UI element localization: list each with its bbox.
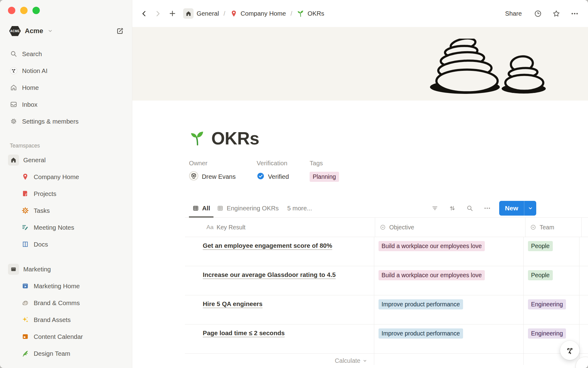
view-tab-engineering-okrs[interactable]: Engineering OKRs [213,199,282,217]
table-row[interactable]: Hire 5 QA engineersImprove product perfo… [185,295,588,324]
sidebar-item-label: Inbox [22,101,37,108]
teamspace-label: Marketing [23,266,51,273]
more-options-icon[interactable] [571,10,579,18]
column-header-objective[interactable]: Objective [375,218,525,237]
docs-icon [21,240,29,248]
window-close-button[interactable] [8,7,15,14]
calculate-button[interactable]: Calculate [185,354,374,365]
page-title[interactable]: OKRs [211,128,259,148]
tag-pill[interactable]: Planning [310,172,339,182]
column-header-key-result[interactable]: AaKey Result [185,218,375,237]
teamspace-general[interactable]: General [0,151,132,168]
team-tag[interactable]: People [528,270,553,280]
sidebar-page-meeting-notes[interactable]: Meeting Notes [0,219,132,236]
sidebar-page-brand-assets[interactable]: Brand Assets [0,311,132,328]
window-minimize-button[interactable] [20,7,28,14]
teamspaces-list: GeneralCompany HomeProjectsTasksMeeting … [0,151,132,362]
compose-icon[interactable] [116,27,124,35]
overflow-cell [579,295,588,324]
teamspace-marketing[interactable]: Marketing [0,261,132,278]
view-tab-5-more[interactable]: 5 more... [284,199,315,217]
search-icon[interactable] [466,205,473,212]
team-tag[interactable]: People [528,241,553,251]
table-row[interactable]: Get an employee engagement score of 80%B… [185,237,588,266]
property-tags: Tags Planning [310,159,339,182]
sidebar-item-inbox[interactable]: Inbox [0,96,132,113]
tags-value: Planning [310,171,339,182]
history-clock-icon[interactable] [534,10,542,18]
sidebar-page-content-calendar[interactable]: Content Calendar [0,328,132,345]
clapper-icon [21,282,29,290]
view-tab-all[interactable]: All [189,199,213,217]
team-tag[interactable]: Engineering [528,299,566,309]
team-cell: People [523,266,579,295]
sidebar-page-brand-comms[interactable]: Brand & Comms [0,294,132,311]
overflow-cell [579,266,588,295]
shell-icon [21,299,29,307]
forward-icon[interactable] [154,10,162,17]
pin-icon [21,173,29,181]
breadcrumb-label: Company Home [241,10,286,17]
breadcrumb-general[interactable]: General [181,7,221,20]
text-property-icon: Aa [206,224,213,231]
frame-tile-icon [8,264,19,275]
key-result-link[interactable]: Get an employee engagement score of 80% [203,242,332,249]
sidebar-page-label: Projects [34,190,56,197]
select-icon [530,224,537,231]
verification-value[interactable]: Verified [257,171,310,182]
sidebar-nav: SearchNotion AIHomeInboxSettings & membe… [0,45,132,130]
sidebar-page-marketing-home[interactable]: Marketing Home [0,278,132,294]
sidebar-item-home[interactable]: Home [0,79,132,96]
sidebar-item-search[interactable]: Search [0,45,132,62]
page-cover[interactable] [132,27,588,101]
table-row[interactable]: Page load time ≤ 2 secondsImprove produc… [185,324,588,354]
new-button: New [499,201,536,216]
sort-icon[interactable] [449,205,456,212]
objective-cell: Improve product performance [374,295,523,324]
sidebar-page-design-team[interactable]: Design Team [0,345,132,362]
sidebar-item-label: Search [22,50,42,58]
sidebar-page-tasks[interactable]: Tasks [0,202,132,219]
workspace-switcher[interactable]: ACME Acme [6,24,128,38]
sidebar-page-projects[interactable]: Projects [0,185,132,202]
view-tab-label: Engineering OKRs [227,205,279,212]
new-button-dropdown[interactable] [524,201,536,216]
share-button[interactable]: Share [503,9,524,18]
objective-tag[interactable]: Improve product performance [379,299,463,309]
owner-value[interactable]: Drew Evans [189,171,257,182]
objective-tag[interactable]: Improve product performance [379,328,463,339]
table-body: Get an employee engagement score of 80%B… [185,237,588,354]
breadcrumb-okrs[interactable]: OKRs [295,9,326,19]
sidebar-item-label: Notion AI [22,67,47,75]
window-zoom-button[interactable] [32,7,40,14]
key-result-link[interactable]: Hire 5 QA engineers [203,300,262,307]
back-icon[interactable] [140,10,148,17]
new-page-icon[interactable] [168,10,176,17]
breadcrumb-company-home[interactable]: Company Home [228,9,288,19]
sidebar-page-docs[interactable]: Docs [0,236,132,253]
seedling-icon[interactable] [189,130,206,147]
column-header-label: Key Result [217,224,245,231]
table-icon [192,205,199,212]
filter-icon[interactable] [431,205,439,212]
calculate-row: Calculate [185,354,588,365]
key-result-link[interactable]: Increase our average Glassdoor rating to… [203,271,336,278]
sidebar-item-settings-members[interactable]: Settings & members [0,113,132,130]
favorite-star-icon[interactable] [552,10,560,18]
team-tag[interactable]: Engineering [528,328,566,339]
objective-tag[interactable]: Build a workplace our employees love [379,241,485,251]
sidebar-page-company-home[interactable]: Company Home [0,168,132,185]
overflow-cell [579,324,588,353]
column-header-team[interactable]: Team [525,218,581,237]
key-result-link[interactable]: Page load time ≤ 2 seconds [203,329,285,336]
new-button-label[interactable]: New [499,201,524,216]
table-row[interactable]: Increase our average Glassdoor rating to… [185,266,588,295]
notion-ai-button[interactable] [560,341,579,360]
workspace-logo: ACME [9,26,21,36]
view-tools [431,205,491,212]
okr-table: AaKey ResultObjectiveTeam Get an employe… [185,218,588,365]
sidebar-item-notion-ai[interactable]: Notion AI [0,62,132,79]
objective-tag[interactable]: Build a workplace our employees love [379,270,485,280]
calendar-icon [21,333,29,340]
view-options-icon[interactable] [484,205,491,212]
